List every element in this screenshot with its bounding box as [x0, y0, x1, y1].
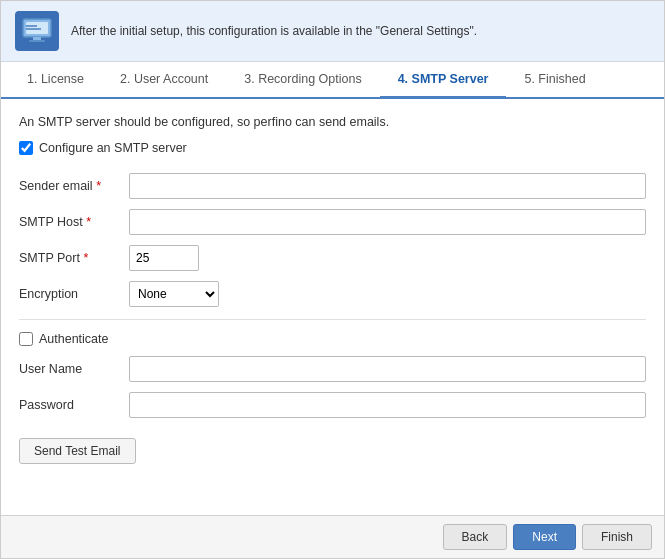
svg-rect-3	[29, 40, 45, 42]
header-description: After the initial setup, this configurat…	[71, 22, 477, 40]
authenticate-label: Authenticate	[39, 332, 109, 346]
smtp-port-label: SMTP Port *	[19, 251, 129, 265]
configure-smtp-label: Configure an SMTP server	[39, 141, 187, 155]
smtp-host-input[interactable]	[129, 209, 646, 235]
smtp-host-label: SMTP Host *	[19, 215, 129, 229]
separator	[19, 319, 646, 320]
svg-rect-2	[33, 37, 41, 40]
sender-email-required: *	[93, 179, 101, 193]
app-icon	[15, 11, 59, 51]
encryption-group: Encryption None SSL TLS	[19, 281, 646, 307]
sender-email-label: Sender email *	[19, 179, 129, 193]
send-test-email-button[interactable]: Send Test Email	[19, 438, 136, 464]
info-text: An SMTP server should be configured, so …	[19, 115, 646, 129]
finish-button[interactable]: Finish	[582, 524, 652, 550]
tab-finished[interactable]: 5. Finished	[506, 62, 603, 99]
sender-email-input[interactable]	[129, 173, 646, 199]
tab-smtp-server[interactable]: 4. SMTP Server	[380, 62, 507, 99]
smtp-port-input[interactable]	[129, 245, 199, 271]
smtp-host-group: SMTP Host *	[19, 209, 646, 235]
content-area: An SMTP server should be configured, so …	[1, 99, 664, 515]
back-button[interactable]: Back	[443, 524, 508, 550]
password-group: Password	[19, 392, 646, 418]
smtp-port-required: *	[80, 251, 88, 265]
username-label: User Name	[19, 362, 129, 376]
svg-rect-1	[26, 22, 48, 34]
authenticate-row: Authenticate	[19, 332, 646, 346]
smtp-port-group: SMTP Port *	[19, 245, 646, 271]
tabs: 1. License 2. User Account 3. Recording …	[1, 62, 664, 99]
configure-smtp-checkbox[interactable]	[19, 141, 33, 155]
password-label: Password	[19, 398, 129, 412]
encryption-label: Encryption	[19, 287, 129, 301]
authenticate-checkbox[interactable]	[19, 332, 33, 346]
configure-smtp-row: Configure an SMTP server	[19, 141, 646, 155]
username-group: User Name	[19, 356, 646, 382]
footer-bar: Back Next Finish	[1, 515, 664, 558]
tab-user-account[interactable]: 2. User Account	[102, 62, 226, 99]
username-input[interactable]	[129, 356, 646, 382]
tab-recording-options[interactable]: 3. Recording Options	[226, 62, 379, 99]
smtp-host-required: *	[83, 215, 91, 229]
encryption-select[interactable]: None SSL TLS	[129, 281, 219, 307]
tab-license[interactable]: 1. License	[9, 62, 102, 99]
header-bar: After the initial setup, this configurat…	[1, 1, 664, 62]
sender-email-group: Sender email *	[19, 173, 646, 199]
next-button[interactable]: Next	[513, 524, 576, 550]
password-input[interactable]	[129, 392, 646, 418]
